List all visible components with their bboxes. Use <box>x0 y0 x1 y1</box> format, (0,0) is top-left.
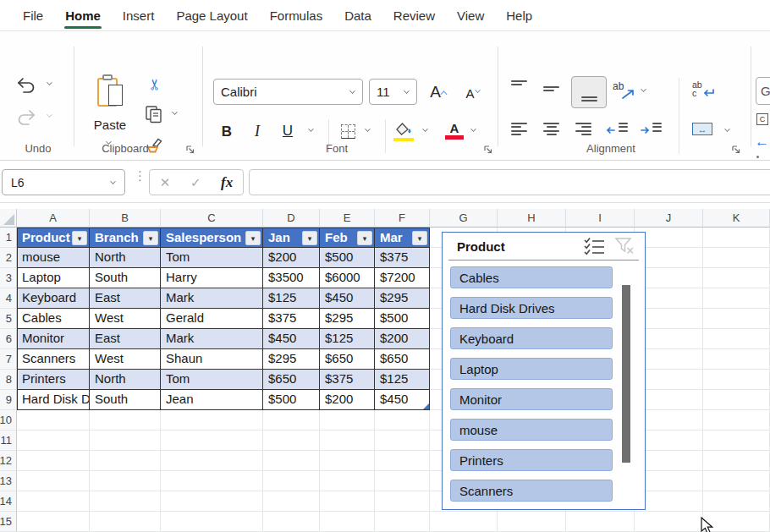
redo-button[interactable] <box>14 107 39 129</box>
cell-K4[interactable] <box>703 288 770 309</box>
font-color-dropdown[interactable] <box>470 129 476 132</box>
cell-E15[interactable] <box>320 512 375 532</box>
cell-C2[interactable]: Tom <box>161 248 263 268</box>
row-header-8[interactable]: 8 <box>0 370 17 390</box>
cell-B11[interactable] <box>90 431 161 451</box>
cell-D9[interactable]: $500 <box>263 390 320 410</box>
row-header-13[interactable]: 13 <box>0 471 17 491</box>
top-align-button[interactable] <box>511 80 527 97</box>
cell-E4[interactable]: $450 <box>320 288 375 309</box>
product-slicer-panel[interactable]: Product CablesHard Disk DrivesKe <box>442 232 646 510</box>
orientation-button[interactable]: ab <box>613 80 635 99</box>
slicer-item-printers[interactable]: Printers <box>450 449 613 471</box>
cell-F10[interactable] <box>375 410 430 431</box>
filter-button-mar[interactable]: ▾ <box>412 231 427 245</box>
cell-E12[interactable] <box>320 451 375 471</box>
formula-bar-resize-dots[interactable]: ⋮ <box>134 173 146 179</box>
cell-B1[interactable]: Branch▾ <box>90 228 161 248</box>
tab-help[interactable]: Help <box>495 2 543 30</box>
cell-A4[interactable]: Keyboard <box>17 288 90 309</box>
cell-D2[interactable]: $200 <box>263 248 320 268</box>
tab-data[interactable]: Data <box>333 2 382 30</box>
cell-D12[interactable] <box>263 451 320 471</box>
cut-button[interactable]: ✂ <box>146 75 164 94</box>
multi-select-icon[interactable] <box>583 237 606 256</box>
cell-C1[interactable]: Salesperson▾ <box>161 228 263 248</box>
cell-B15[interactable] <box>90 512 161 532</box>
cell-D10[interactable] <box>263 410 320 431</box>
cell-K9[interactable] <box>703 390 770 410</box>
cell-D13[interactable] <box>263 471 320 491</box>
copy-dropdown[interactable] <box>172 112 178 115</box>
cell-E5[interactable]: $295 <box>320 309 375 329</box>
wrap-text-button[interactable]: abc <box>692 80 712 99</box>
tab-home[interactable]: Home <box>54 2 112 30</box>
row-header-7[interactable]: 7 <box>0 349 17 370</box>
column-header-I[interactable]: I <box>566 209 635 228</box>
row-header-15[interactable]: 15 <box>0 512 17 532</box>
cell-J15[interactable] <box>635 512 703 532</box>
cell-C12[interactable] <box>161 451 263 471</box>
tab-page-layout[interactable]: Page Layout <box>165 2 258 30</box>
underline-button[interactable]: U <box>278 120 298 142</box>
fill-color-button[interactable] <box>393 119 415 143</box>
cell-E9[interactable]: $200 <box>320 390 375 410</box>
middle-align-button[interactable] <box>543 80 559 97</box>
row-header-4[interactable]: 4 <box>0 288 17 309</box>
bottom-align-button[interactable] <box>571 76 607 108</box>
cell-C10[interactable] <box>161 410 263 431</box>
cell-A14[interactable] <box>17 491 90 512</box>
row-header-11[interactable]: 11 <box>0 431 17 451</box>
slicer-item-laptop[interactable]: Laptop <box>450 358 613 380</box>
cell-D3[interactable]: $3500 <box>263 268 320 288</box>
decrease-indent-button[interactable] <box>606 123 628 138</box>
cell-K8[interactable] <box>703 370 770 390</box>
slicer-item-mouse[interactable]: mouse <box>450 419 613 441</box>
accounting-format-button[interactable]: C <box>756 113 768 125</box>
cell-K11[interactable] <box>703 431 770 451</box>
cell-D6[interactable]: $450 <box>263 329 320 349</box>
column-header-E[interactable]: E <box>320 209 375 228</box>
slicer-item-scanners[interactable]: Scanners <box>450 480 613 502</box>
cell-A5[interactable]: Cables <box>17 309 90 329</box>
cell-F1[interactable]: Mar▾ <box>375 228 430 248</box>
cell-F8[interactable]: $125 <box>375 370 430 390</box>
undo-button[interactable] <box>14 75 39 97</box>
column-header-K[interactable]: K <box>703 209 770 228</box>
cell-D4[interactable]: $125 <box>263 288 320 309</box>
cell-F3[interactable]: $7200 <box>375 268 430 288</box>
cell-B2[interactable]: North <box>90 248 161 268</box>
row-header-5[interactable]: 5 <box>0 309 17 329</box>
cell-K14[interactable] <box>703 491 770 512</box>
row-header-1[interactable]: 1 <box>0 228 17 248</box>
column-header-B[interactable]: B <box>90 209 161 228</box>
cell-A11[interactable] <box>17 431 90 451</box>
cell-C13[interactable] <box>161 471 263 491</box>
cell-D14[interactable] <box>263 491 320 512</box>
italic-button[interactable]: I <box>249 120 266 142</box>
cell-E13[interactable] <box>320 471 375 491</box>
cell-B13[interactable] <box>90 471 161 491</box>
cell-E14[interactable] <box>320 491 375 512</box>
cell-E3[interactable]: $6000 <box>320 268 375 288</box>
row-header-12[interactable]: 12 <box>0 451 17 471</box>
orientation-dropdown[interactable] <box>641 89 646 92</box>
cell-B4[interactable]: East <box>90 288 161 309</box>
cell-F2[interactable]: $375 <box>375 248 430 268</box>
cell-C4[interactable]: Mark <box>161 288 263 309</box>
row-header-10[interactable]: 10 <box>0 410 17 431</box>
cell-K1[interactable] <box>703 228 770 248</box>
paste-button[interactable] <box>90 74 130 111</box>
cell-B3[interactable]: South <box>90 268 161 288</box>
copy-button[interactable] <box>144 104 164 124</box>
cell-D1[interactable]: Jan▾ <box>263 228 320 248</box>
cell-C11[interactable] <box>161 431 263 451</box>
filter-button-jan[interactable]: ▾ <box>302 231 317 245</box>
font-color-button[interactable]: A <box>443 120 465 142</box>
cell-F9-table-resize-handle[interactable]: $450 <box>375 390 430 410</box>
cell-B7[interactable]: West <box>90 349 161 370</box>
cell-F11[interactable] <box>375 431 430 451</box>
cell-C3[interactable]: Harry <box>161 268 263 288</box>
cell-K6[interactable] <box>703 329 770 349</box>
cancel-button[interactable]: ✕ <box>160 175 171 190</box>
